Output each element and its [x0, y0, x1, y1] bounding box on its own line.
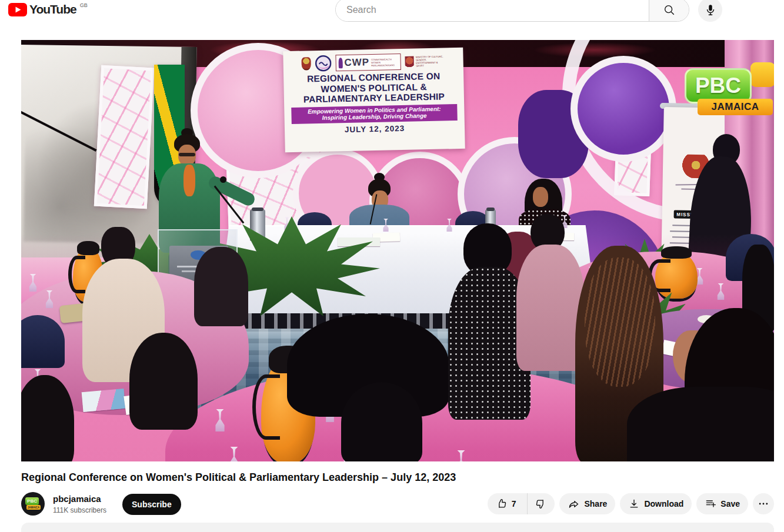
avatar-jamaica-label: JAMAICA	[26, 505, 41, 510]
cutout-panel	[94, 65, 154, 209]
subscribe-button[interactable]: Subscribe	[122, 494, 181, 515]
coffee-kettle	[655, 252, 698, 299]
country-code-badge: GB	[80, 2, 88, 8]
share-button[interactable]: Share	[559, 493, 615, 514]
pbc-logo-jamaica: JAMAICA	[698, 99, 773, 115]
like-button[interactable]: 7	[488, 493, 523, 514]
cwp-acronym: CWP	[344, 56, 369, 69]
banner-date: JULY 12, 2023	[285, 122, 465, 135]
youtube-logo-icon	[8, 3, 27, 16]
more-options-button[interactable]	[753, 493, 774, 514]
youtube-logo[interactable]: YouTube GB	[8, 2, 86, 16]
audience-woman-pink	[516, 245, 585, 371]
save-button[interactable]: Save	[696, 493, 748, 514]
like-dislike-pill: 7	[488, 493, 555, 514]
youtube-wordmark: YouTube	[29, 2, 76, 16]
share-icon	[568, 498, 580, 510]
mic-icon	[704, 4, 717, 16]
cwp-glyph	[338, 58, 342, 68]
banner-tagline: Empowering Women in Politics and Parliam…	[291, 104, 458, 124]
conference-banner: CWP COMMONWEALTH WOMEN PARLIAMENTARIANS …	[283, 48, 465, 152]
ministry-logo: MINISTRY OF CULTURE, GENDER, ENTERTAINME…	[405, 55, 445, 67]
podium-mic-head	[220, 176, 226, 183]
ministry-name: MINISTRY OF CULTURE, GENDER, ENTERTAINME…	[416, 55, 445, 67]
share-label: Share	[584, 499, 607, 508]
channel-subscribers: 111K subscribers	[53, 506, 106, 514]
wave-circle-logo	[315, 55, 332, 72]
download-button[interactable]: Download	[620, 493, 692, 514]
pbc-watermark: PBC JAMAICA	[680, 62, 774, 118]
like-count: 7	[512, 499, 516, 508]
audience-woman-corner-body	[627, 387, 774, 461]
search-bar	[335, 0, 689, 22]
download-icon	[628, 498, 640, 510]
pbc-logo-square	[750, 62, 774, 87]
speaker-scarf	[184, 165, 195, 196]
audience-head	[129, 333, 198, 430]
save-playlist-icon	[705, 498, 716, 510]
more-dots-icon	[758, 498, 769, 510]
avatar-pbc-label: PBC	[25, 497, 39, 505]
cwp-logo: CWP COMMONWEALTH WOMEN PARLIAMENTARIANS	[335, 53, 401, 71]
longhair-strands	[585, 257, 655, 387]
audience-figure	[194, 247, 248, 326]
channel-name[interactable]: pbcjamaica	[53, 494, 101, 504]
youtube-header: YouTube GB	[0, 0, 784, 40]
video-player[interactable]: CWP COMMONWEALTH WOMEN PARLIAMENTARIANS …	[21, 40, 774, 461]
dislike-button[interactable]	[527, 493, 555, 514]
thumbs-up-icon	[496, 498, 508, 510]
notebook	[82, 389, 126, 412]
thumbs-down-icon	[535, 498, 546, 510]
search-icon	[663, 4, 676, 16]
speaker-glasses	[179, 153, 195, 156]
search-button[interactable]	[649, 0, 689, 21]
save-label: Save	[720, 499, 740, 508]
coat-of-arms-logo	[301, 57, 311, 70]
panelist-right-face	[533, 187, 548, 207]
video-title: Regional Conference on Women's Political…	[21, 471, 774, 484]
stage-circle-violet	[571, 56, 676, 162]
channel-avatar[interactable]: PBC JAMAICA	[21, 492, 45, 516]
description-box[interactable]	[21, 523, 774, 532]
download-label: Download	[644, 499, 683, 508]
mic-button[interactable]	[698, 0, 722, 22]
ministry-glyph	[405, 56, 414, 67]
banquet-chair-back	[341, 382, 422, 461]
cwp-full-name: COMMONWEALTH WOMEN PARLIAMENTARIANS	[371, 58, 398, 67]
action-bar: 7 Share Download Save	[488, 493, 774, 514]
search-input[interactable]	[336, 0, 649, 21]
pbc-logo-text: PBC	[685, 68, 752, 103]
